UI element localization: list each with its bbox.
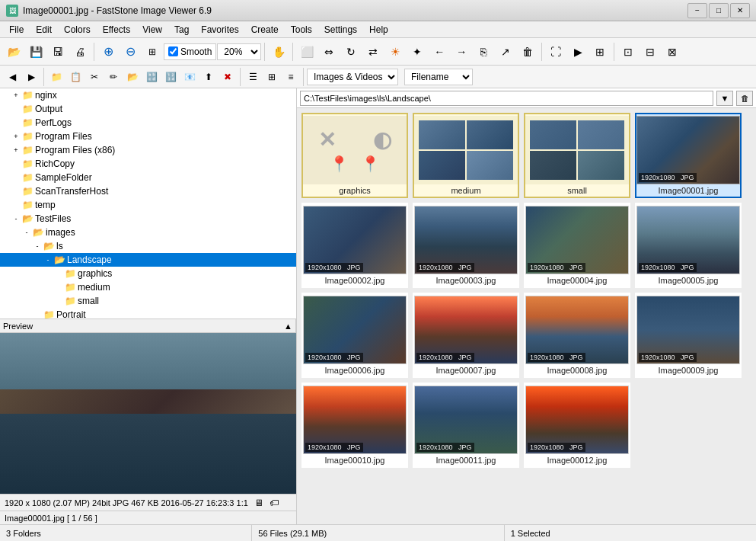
pan-button[interactable]: ✋ (268, 41, 289, 62)
maximize-button[interactable]: □ (709, 3, 729, 18)
view-list-button[interactable]: ☰ (244, 68, 262, 86)
extra2-button[interactable]: ⊟ (640, 41, 661, 62)
save-as-button[interactable]: 🖫 (47, 41, 69, 62)
minimize-button[interactable]: − (687, 3, 707, 18)
tree-expander[interactable] (11, 104, 21, 114)
nav-sort1-button[interactable]: 🔡 (142, 68, 161, 86)
tree-expander[interactable]: - (43, 254, 53, 265)
tree-expander[interactable] (11, 186, 21, 197)
smooth-checkbox[interactable]: Smooth (164, 43, 216, 60)
menu-help[interactable]: Help (363, 21, 394, 38)
next-button[interactable]: → (451, 41, 472, 62)
tree-expander[interactable]: - (32, 241, 43, 251)
sort-select[interactable]: Filename Date Size Type (404, 69, 473, 85)
tree-node-ls[interactable]: - 📂 ls (0, 239, 296, 253)
nav-move-button[interactable]: ✂ (85, 68, 104, 86)
flip-h-button[interactable]: ⇄ (362, 41, 384, 62)
tree-expander[interactable]: + (11, 90, 21, 101)
tree-node-landscape[interactable]: - 📂 Landscape (0, 253, 296, 267)
thumb-image00006[interactable]: 1920x1080 JPG Image00006.jpg (301, 293, 408, 378)
thumb-image00003[interactable]: 1920x1080 JPG Image00003.jpg (413, 203, 519, 288)
folder-open-button[interactable]: 📂 (3, 41, 24, 62)
tree-expander[interactable] (11, 172, 21, 183)
tree-expander[interactable] (11, 158, 21, 169)
crop-button[interactable]: ⬜ (296, 41, 317, 62)
rotate-cw-button[interactable]: ↻ (340, 41, 362, 62)
tree-node-programfiles[interactable]: + 📁 Program Files (0, 130, 296, 143)
compare-button[interactable]: ⊞ (589, 41, 611, 62)
thumb-image00010[interactable]: 1920x1080 JPG Image00010.jpg (301, 383, 408, 468)
view-details-button[interactable]: ≡ (282, 68, 300, 86)
path-dropdown-button[interactable]: ▼ (716, 91, 733, 106)
tree-node-scantransferhost[interactable]: 📁 ScanTransferHost (0, 184, 296, 198)
nav-delete-button[interactable]: ✖ (219, 68, 237, 86)
tree-node-programfiles86[interactable]: + 📁 Program Files (x86) (0, 143, 296, 157)
fit-window-button[interactable]: ⊞ (142, 41, 163, 62)
nav-email-button[interactable]: 📧 (180, 68, 199, 86)
nav-rename-button[interactable]: ✏ (104, 68, 123, 86)
tree-expander[interactable] (11, 200, 21, 210)
tree-node-images[interactable]: - 📂 images (0, 226, 296, 239)
color-adjust-button[interactable]: ☀ (384, 41, 406, 62)
thumb-image00008[interactable]: 1920x1080 JPG Image00008.jpg (524, 293, 630, 378)
thumb-graphics-folder[interactable]: ✕ ◐ 📍 📍 graphics (301, 113, 408, 198)
nav-new-folder-button[interactable]: 📂 (123, 68, 142, 86)
menu-file[interactable]: File (3, 21, 30, 38)
tree-node-samplefolder[interactable]: 📁 SampleFolder (0, 171, 296, 184)
tree-node-perflogs[interactable]: 📁 PerfLogs (0, 116, 296, 130)
nav-sort2-button[interactable]: 🔢 (161, 68, 180, 86)
menu-edit[interactable]: Edit (30, 21, 58, 38)
tree-expander[interactable]: + (11, 131, 21, 142)
thumb-image00001[interactable]: 1920x1080 JPG Image00001.jpg (635, 113, 742, 198)
tree-node-graphics[interactable]: 📁 graphics (0, 267, 296, 280)
path-input[interactable] (300, 91, 713, 106)
tree-expander[interactable] (32, 309, 43, 319)
tree-expander[interactable]: + (11, 145, 21, 155)
preview-collapse-btn[interactable]: ▲ (284, 322, 292, 331)
menu-create[interactable]: Create (245, 21, 285, 38)
smooth-input[interactable] (168, 46, 178, 56)
thumb-image00012[interactable]: 1920x1080 JPG Image00012.jpg (524, 383, 630, 468)
tree-node-portrait[interactable]: 📁 Portrait (0, 308, 296, 319)
thumb-image00011[interactable]: 1920x1080 JPG Image00011.jpg (413, 383, 519, 468)
thumb-image00004[interactable]: 1920x1080 JPG Image00004.jpg (524, 203, 630, 288)
tree-expander[interactable]: - (21, 227, 32, 238)
menu-effects[interactable]: Effects (97, 21, 136, 38)
tree-node-nginx[interactable]: + 📁 nginx (0, 88, 296, 102)
tree-expander[interactable] (53, 296, 64, 306)
filter-select[interactable]: Images & Videos All Files Images Only (307, 69, 398, 85)
zoom-select[interactable]: 20% 25% 50% 100% (217, 43, 261, 60)
tree-node-medium[interactable]: 📁 medium (0, 280, 296, 294)
zoom-out-button[interactable]: ⊖ (120, 41, 141, 62)
move-button[interactable]: ↗ (495, 41, 516, 62)
copy-button[interactable]: ⎘ (473, 41, 494, 62)
nav-open-button[interactable]: 📁 (47, 68, 65, 86)
forward-button[interactable]: ▶ (22, 68, 40, 86)
thumb-image00009[interactable]: 1920x1080 JPG Image00009.jpg (635, 293, 742, 378)
nav-copy-button[interactable]: 📋 (66, 68, 85, 86)
thumb-image00005[interactable]: 1920x1080 JPG Image00005.jpg (635, 203, 742, 288)
thumb-image00002[interactable]: 1920x1080 JPG Image00002.jpg (301, 203, 408, 288)
tree-node-small[interactable]: 📁 small (0, 294, 296, 308)
tree-node-richcopy[interactable]: 📁 RichCopy (0, 157, 296, 171)
tree-expander[interactable]: - (11, 213, 21, 224)
menu-tools[interactable]: Tools (285, 21, 318, 38)
menu-colors[interactable]: Colors (58, 21, 97, 38)
resize-button[interactable]: ⇔ (318, 41, 340, 62)
path-trash-button[interactable]: 🗑 (736, 91, 753, 106)
menu-favorites[interactable]: Favorites (195, 21, 244, 38)
thumb-medium-folder[interactable]: medium (413, 113, 519, 198)
delete-button[interactable]: 🗑 (517, 41, 538, 62)
menu-tag[interactable]: Tag (168, 21, 195, 38)
menu-settings[interactable]: Settings (318, 21, 363, 38)
print-button[interactable]: 🖨 (69, 41, 91, 62)
prev-button[interactable]: ← (429, 41, 450, 62)
nav-upload-button[interactable]: ⬆ (199, 68, 218, 86)
menu-view[interactable]: View (136, 21, 168, 38)
extra3-button[interactable]: ⊠ (662, 41, 683, 62)
save-button[interactable]: 💾 (25, 41, 46, 62)
tree-expander[interactable] (53, 282, 64, 293)
fullscreen-button[interactable]: ⛶ (545, 41, 566, 62)
sharpen-button[interactable]: ✦ (407, 41, 428, 62)
tree-expander[interactable] (11, 117, 21, 128)
